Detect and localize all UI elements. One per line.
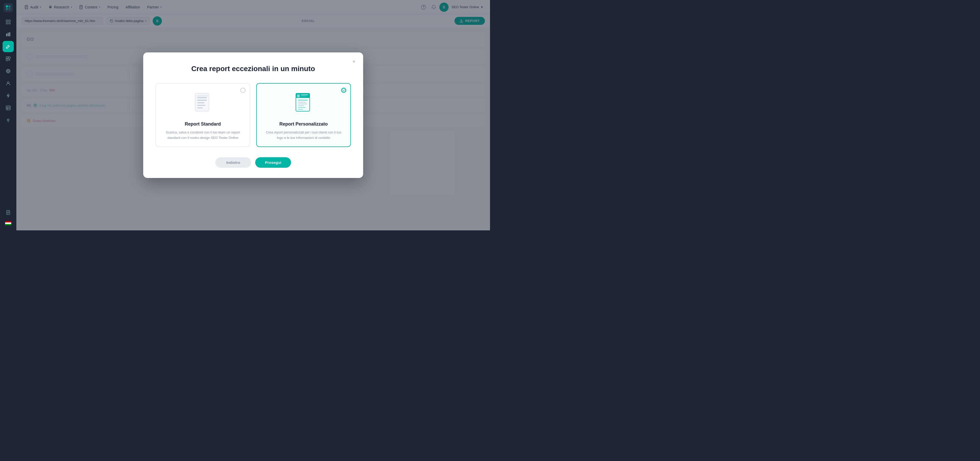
custom-report-icon [292,91,315,116]
sidebar-item-globe[interactable] [3,65,14,77]
svg-rect-5 [9,20,10,21]
sidebar-item-analytics[interactable] [3,53,14,64]
svg-rect-63 [298,102,306,103]
standard-report-card[interactable]: Report Standard Scarica, salva e condivi… [156,83,250,147]
custom-report-card[interactable]: Report Personalizzato Crea report person… [256,83,351,147]
svg-rect-66 [298,107,305,108]
sidebar-item-pin[interactable] [3,114,14,126]
svg-rect-60 [298,95,299,96]
svg-rect-57 [301,95,306,96]
svg-rect-10 [9,32,10,36]
sidebar-item-table[interactable] [3,102,14,113]
sidebar-logo[interactable] [3,3,13,12]
modal-close-button[interactable]: × [350,57,358,66]
svg-point-25 [8,120,9,121]
sidebar-item-report[interactable] [3,207,14,218]
svg-rect-51 [197,95,208,97]
sidebar [0,0,16,230]
standard-report-icon [191,91,214,116]
svg-rect-61 [298,96,299,97]
svg-rect-47 [197,100,207,101]
svg-rect-7 [9,22,10,24]
svg-rect-3 [8,8,11,10]
svg-rect-8 [6,33,7,36]
back-button[interactable]: Indietro [215,157,251,168]
svg-rect-11 [6,57,8,59]
modal-actions: Indietro Prosegui [156,157,351,168]
sidebar-item-grid[interactable] [3,16,14,28]
svg-rect-49 [197,105,205,106]
svg-rect-62 [298,100,308,101]
svg-rect-9 [8,33,9,36]
sidebar-item-chart[interactable] [3,29,14,40]
svg-point-52 [342,89,345,92]
svg-rect-64 [298,103,307,104]
report-modal: × Crea report eccezionali in un minuto [143,52,363,178]
svg-rect-13 [6,59,8,61]
svg-rect-2 [6,8,8,10]
svg-rect-56 [301,94,308,95]
svg-rect-1 [8,5,11,7]
modal-cards: Report Standard Scarica, salva e condivi… [156,83,351,147]
modal-title: Crea report eccezionali in un minuto [156,65,351,73]
continue-button[interactable]: Prosegui [255,157,291,168]
svg-rect-67 [298,109,303,110]
custom-card-desc: Crea report personalizzati per i tuoi cl… [263,130,344,141]
svg-rect-65 [298,105,304,106]
svg-rect-0 [6,5,8,7]
svg-rect-6 [6,22,8,24]
svg-rect-12 [8,57,10,59]
standard-radio[interactable] [240,88,245,93]
close-icon: × [353,59,355,64]
svg-rect-4 [6,20,8,21]
svg-rect-59 [298,95,299,95]
sidebar-item-lightning[interactable] [3,90,14,101]
standard-card-title: Report Standard [185,121,221,127]
sidebar-item-active[interactable] [3,41,14,52]
sidebar-item-person[interactable] [3,78,14,89]
svg-rect-46 [197,97,207,98]
main-area: Audit ▾ Research ▾ Content ▾ Pricing [16,0,490,230]
custom-radio[interactable] [341,88,346,93]
custom-card-title: Report Personalizzato [279,121,328,127]
svg-rect-50 [197,107,203,108]
italy-flag [5,221,11,225]
modal-overlay: × Crea report eccezionali in un minuto [16,0,490,230]
standard-card-desc: Scarica, salva e condividi con il tuo te… [162,130,243,141]
svg-rect-48 [197,102,204,103]
svg-rect-20 [6,106,10,110]
